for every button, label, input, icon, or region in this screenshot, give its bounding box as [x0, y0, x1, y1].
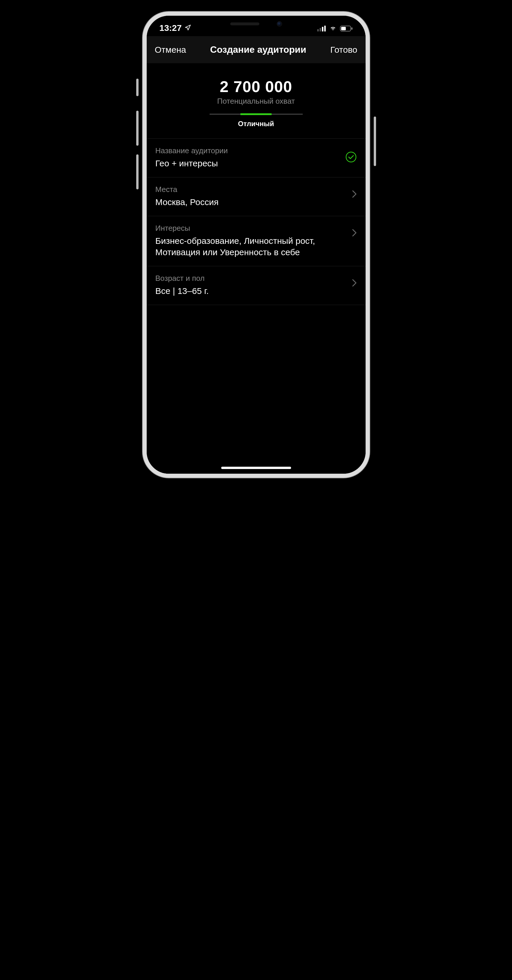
row-label: Интересы [155, 224, 347, 233]
device-screen: 13:27 [147, 16, 366, 474]
speaker-grill [230, 22, 259, 25]
status-bar-right [317, 23, 353, 33]
places-value: Москва, Россия [155, 196, 347, 208]
row-text: Название аудитории Гео + интересы [155, 146, 341, 169]
done-button[interactable]: Готово [330, 45, 357, 55]
svg-rect-1 [320, 28, 321, 32]
status-bar-left: 13:27 [160, 23, 191, 33]
volume-up-button [136, 111, 139, 146]
svg-rect-3 [324, 25, 326, 32]
age-gender-value: Все | 13–65 г. [155, 285, 347, 297]
reach-segment [209, 114, 241, 115]
row-label: Места [155, 185, 347, 194]
chevron-right-icon [352, 279, 357, 288]
phone-frame-wrap: 13:27 [143, 12, 370, 478]
silent-switch [136, 79, 139, 96]
volume-down-button [136, 154, 139, 189]
cancel-button[interactable]: Отмена [155, 45, 186, 55]
places-row[interactable]: Места Москва, Россия [147, 177, 366, 216]
power-button [374, 116, 376, 166]
interests-value: Бизнес-образование, Личностный рост, Мот… [155, 235, 347, 258]
status-time: 13:27 [160, 23, 182, 33]
page-title: Создание аудитории [210, 44, 306, 55]
home-indicator[interactable] [221, 467, 291, 469]
reach-block: 2 700 000 Потенциальный охват Отличный [147, 64, 366, 138]
row-text: Возраст и пол Все | 13–65 г. [155, 274, 347, 297]
cellular-icon [317, 23, 326, 33]
reach-quality: Отличный [159, 120, 354, 128]
reach-segment [271, 114, 303, 115]
row-label: Возраст и пол [155, 274, 347, 283]
phone-frame: 13:27 [143, 12, 370, 478]
reach-label: Потенциальный охват [159, 97, 354, 106]
audience-name-value: Гео + интересы [155, 158, 341, 169]
chevron-right-icon [352, 229, 357, 238]
chevron-right-icon [352, 190, 357, 199]
nav-bar: Отмена Создание аудитории Готово [147, 36, 366, 64]
device-notch [208, 16, 304, 32]
reach-segment-active [241, 113, 271, 115]
interests-row[interactable]: Интересы Бизнес-образование, Личностный … [147, 216, 366, 266]
row-text: Места Москва, Россия [155, 185, 347, 208]
svg-rect-5 [341, 27, 346, 30]
svg-rect-0 [317, 29, 319, 32]
svg-rect-6 [351, 27, 352, 30]
wifi-icon [329, 23, 337, 33]
front-camera [277, 21, 282, 27]
row-text: Интересы Бизнес-образование, Личностный … [155, 224, 347, 258]
content-area: 2 700 000 Потенциальный охват Отличный Н… [147, 64, 366, 474]
location-icon [185, 23, 191, 33]
svg-point-7 [346, 152, 356, 162]
check-circle-icon [345, 151, 357, 164]
reach-indicator [209, 113, 303, 115]
svg-rect-2 [322, 27, 323, 32]
row-label: Название аудитории [155, 146, 341, 155]
battery-icon [340, 23, 353, 33]
audience-name-row[interactable]: Название аудитории Гео + интересы [147, 138, 366, 177]
age-gender-row[interactable]: Возраст и пол Все | 13–65 г. [147, 266, 366, 305]
reach-number: 2 700 000 [159, 78, 354, 95]
